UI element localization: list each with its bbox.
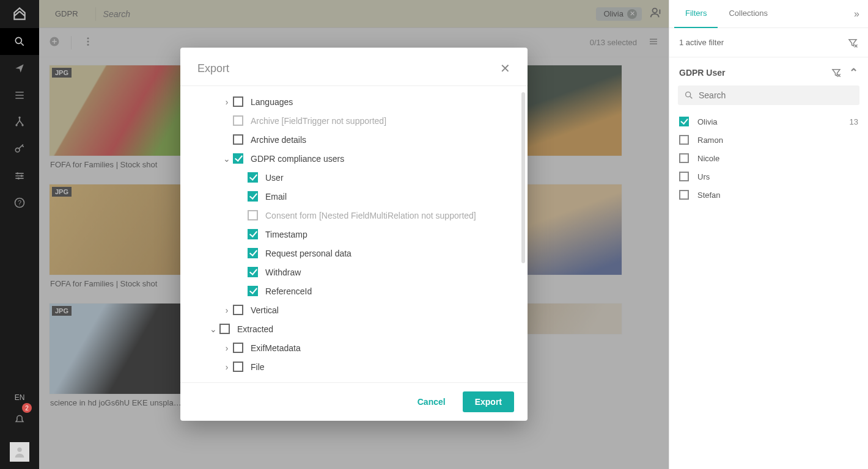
expand-icon[interactable]: › [221,305,233,315]
user-filter-row[interactable]: Urs [669,167,868,186]
right-tabs: Filters Collections » [669,0,868,28]
tree-row[interactable]: ReferenceId [194,282,528,300]
tree-label: Languages [251,97,293,107]
tree-row[interactable]: Consent form [Nested FieldMultiRelation … [194,206,528,225]
nav-sliders[interactable] [0,162,39,189]
tree-label: Vertical [251,305,279,315]
checkbox[interactable] [248,229,258,239]
tree-row[interactable]: ›File [194,357,528,376]
nav-share[interactable] [0,55,39,82]
export-modal: Export ✕ ›LanguagesArchive [FieldTrigger… [180,48,528,421]
checkbox[interactable] [679,172,689,181]
nav-tree[interactable] [0,109,39,136]
tree-row[interactable]: User [194,168,528,187]
tree-label: Extracted [237,324,273,334]
tree-row[interactable]: ⌄Extracted [194,319,528,338]
checkbox[interactable] [248,191,258,202]
active-filter-count: 1 active filter [679,38,724,47]
key-icon [13,143,26,155]
nav-notifications[interactable]: 2 [0,407,39,434]
nav-search[interactable] [0,28,39,55]
language-label[interactable]: EN [15,393,25,402]
tree-row[interactable]: ⌄GDPR compliance users [194,149,528,168]
checkbox [248,210,258,220]
cancel-button[interactable]: Cancel [411,391,452,412]
user-name: Urs [697,172,710,181]
user-filter-row[interactable]: Ramon [669,131,868,149]
tree-icon [13,116,26,128]
tree-row[interactable]: Email [194,187,528,206]
tree-row[interactable]: ›Vertical [194,300,528,319]
tree-row[interactable]: ›ExifMetadata [194,338,528,357]
expand-icon[interactable]: ⌄ [207,324,219,334]
nav-help[interactable]: ? [0,189,39,216]
notif-badge: 2 [22,403,32,413]
checkbox[interactable] [248,267,258,277]
tree-label: ExifMetadata [251,343,301,353]
checkbox[interactable] [233,362,243,372]
user-filter-row[interactable]: Nicole [669,149,868,167]
svg-line-23 [690,96,692,98]
svg-line-1 [21,43,24,46]
user-avatar[interactable] [10,442,29,462]
share-icon [13,62,26,75]
section-clear-icon[interactable] [831,67,842,78]
tree-label: Consent form [Nested FieldMultiRelation … [265,211,476,220]
expand-icon[interactable]: › [221,343,233,353]
modal-overlay: Export ✕ ›LanguagesArchive [FieldTrigger… [39,0,669,469]
checkbox[interactable] [248,286,258,296]
nav-list[interactable] [0,82,39,109]
checkbox[interactable] [233,134,243,145]
checkbox[interactable] [248,248,258,258]
tree-label: Timestamp [265,230,307,239]
chevron-up-icon[interactable]: ⌃ [849,66,858,79]
tree-label: File [251,362,265,372]
expand-icon[interactable]: ⌄ [221,154,233,164]
checkbox[interactable] [219,324,230,334]
tree-label: Email [265,192,287,202]
close-button[interactable]: ✕ [500,61,510,76]
search-icon [684,90,694,100]
checkbox[interactable] [233,153,243,164]
tree-label: Request personal data [265,249,351,258]
svg-point-7 [21,175,23,176]
tree-label: Withdraw [265,267,301,277]
tree-row[interactable]: ›Languages [194,92,528,111]
svg-point-11 [17,448,21,452]
search-icon [13,35,26,48]
checkbox [233,115,243,126]
user-filter-row[interactable]: Stefan [669,186,868,204]
checkbox[interactable] [233,343,243,353]
expand-icon[interactable]: › [221,97,233,107]
user-name: Olivia [697,117,718,126]
checkbox[interactable] [679,153,689,163]
help-icon: ? [13,197,26,209]
checkbox[interactable] [233,96,243,107]
svg-point-8 [18,178,20,180]
tree-row[interactable]: Request personal data [194,244,528,263]
export-button[interactable]: Export [463,391,514,412]
user-filter-row[interactable]: Olivia13 [669,112,868,131]
svg-point-22 [686,92,691,97]
clear-filters-icon[interactable] [847,37,858,48]
checkbox[interactable] [679,190,689,200]
expand-icon[interactable]: › [221,362,233,372]
app-logo[interactable] [0,0,39,28]
checkbox[interactable] [248,172,258,183]
person-icon [13,445,26,459]
nav-key[interactable] [0,136,39,162]
svg-point-6 [17,172,18,174]
tab-filters[interactable]: Filters [674,0,718,28]
tab-collections[interactable]: Collections [718,0,779,28]
tree-row[interactable]: Withdraw [194,263,528,282]
tree-row[interactable]: Timestamp [194,225,528,244]
user-name: Stefan [697,191,721,200]
checkbox[interactable] [233,305,243,315]
filter-search-input[interactable] [699,90,853,100]
tree-row[interactable]: Archive details [194,130,528,149]
tree-row[interactable]: Archive [FieldTrigger not supported] [194,111,528,130]
checkbox[interactable] [679,117,689,126]
filter-search [678,85,859,105]
checkbox[interactable] [679,135,689,145]
expand-panel-icon[interactable]: » [850,9,863,20]
